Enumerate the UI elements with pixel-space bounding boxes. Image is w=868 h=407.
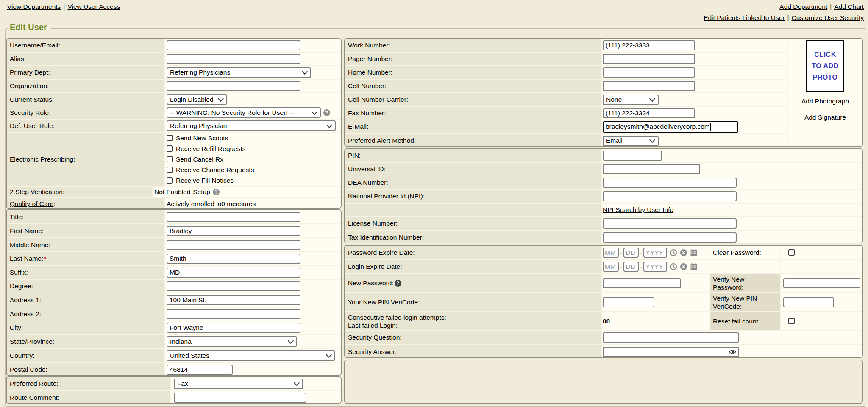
security-role-help-icon[interactable]: ?	[323, 109, 330, 116]
login-expire-date-calendar-icon[interactable]	[690, 263, 698, 270]
electronic-prescribing-checkbox-3[interactable]	[167, 167, 173, 173]
login-expire-date-clear-icon[interactable]	[680, 263, 687, 270]
customize-user-security-link[interactable]: Customize User Security	[791, 14, 864, 21]
suffix-input[interactable]: MD	[167, 268, 300, 278]
electronic-prescribing-checkbox-2[interactable]	[167, 156, 173, 162]
clear-password-checkbox[interactable]	[788, 249, 795, 256]
password-expire-date-calendar-icon[interactable]	[690, 249, 698, 256]
fax-number-input[interactable]: (111) 222-3334	[603, 108, 695, 118]
tax-id-number-row: Tax Identification Number:	[345, 231, 862, 243]
address-1-input[interactable]: 100 Main St.	[167, 295, 300, 305]
postal-code-input[interactable]: 46814	[167, 365, 233, 375]
primary-dept-select[interactable]: Referring Physicians	[167, 67, 311, 78]
home-number-input[interactable]	[603, 67, 695, 78]
work-number-input[interactable]: (111) 222-3333	[603, 40, 695, 50]
last-name-input[interactable]: Smith	[167, 254, 300, 264]
city-input[interactable]: Fort Wayne	[167, 323, 300, 333]
organization-label: Organization:	[7, 80, 165, 92]
view-user-access-link[interactable]: View User Access	[67, 3, 120, 10]
alias-input[interactable]	[167, 54, 300, 64]
new-pin-vericode-input[interactable]	[603, 297, 654, 307]
add-department-link[interactable]: Add Department	[779, 3, 827, 10]
login-expire-date-dd-input[interactable]: DD	[623, 262, 639, 272]
dea-number-input[interactable]	[603, 178, 737, 188]
cell-number-carrier-value-cell: None	[602, 93, 787, 106]
add-photograph-link[interactable]: Add Photograph	[801, 98, 849, 105]
add-chart-link[interactable]: Add Chart	[834, 3, 864, 10]
security-question-input[interactable]	[603, 332, 739, 343]
password-expire-date-clear-icon[interactable]	[680, 249, 687, 256]
new-pin-vericode-label: Your New PIN VeriCode:	[345, 293, 602, 311]
cell-number-carrier-select[interactable]: None	[603, 95, 659, 105]
photo-placeholder-box[interactable]: CLICKTO ADDPHOTO	[806, 40, 844, 92]
electronic-prescribing-checkbox-1[interactable]	[167, 145, 173, 152]
route-comment-input[interactable]	[174, 393, 306, 403]
reset-fail-count-label-2: Reset fail count:	[710, 312, 781, 330]
login-expire-date-value-cell	[781, 260, 862, 273]
tax-id-number-input[interactable]	[603, 232, 737, 243]
security-answer-reveal-eye-icon[interactable]	[729, 349, 736, 354]
new-password-help-icon[interactable]: ?	[395, 280, 401, 287]
npi-search-link[interactable]: NPI Search by User Info	[603, 206, 673, 214]
home-number-label: Home Number:	[345, 66, 602, 79]
license-number-input[interactable]	[603, 218, 737, 229]
view-departments-link[interactable]: View Departments	[7, 3, 61, 10]
chevron-down-icon	[288, 337, 294, 343]
organization-input[interactable]	[167, 81, 300, 91]
pager-number-input[interactable]	[603, 54, 695, 64]
middle-name-input[interactable]	[167, 240, 300, 250]
new-password-label: New Password:?	[345, 274, 602, 292]
postal-code-label-text: Postal Code:	[10, 366, 47, 374]
preferred-route-select[interactable]: Fax	[174, 379, 303, 389]
password-expire-date-dd-input[interactable]: DD	[623, 248, 639, 258]
new-password-value-cell	[602, 274, 710, 292]
reset-fail-count-checkbox[interactable]	[788, 318, 795, 324]
security-answer-input[interactable]	[603, 347, 739, 357]
security-role-select[interactable]: -- WARNING: No Security Role for User! -…	[167, 107, 321, 118]
two-step-verification-link[interactable]: Setup	[193, 188, 210, 196]
first-name-input[interactable]: Bradley	[167, 226, 300, 236]
electronic-prescribing-checkbox-4[interactable]	[167, 177, 173, 184]
postal-code-label: Postal Code:	[7, 363, 165, 376]
right-box1: Work Number:(111) 222-3333Pager Number:H…	[344, 38, 863, 147]
cell-number-input[interactable]	[603, 81, 695, 91]
last-name-label-text: Last Name:	[10, 255, 43, 262]
two-step-verification-help-icon[interactable]: ?	[213, 189, 220, 195]
last-name-row: Last Name:*Smith	[7, 252, 341, 266]
primary-dept-label-text: Primary Dept:	[10, 69, 50, 76]
clear-password-value-cell	[781, 246, 862, 259]
first-name-label-text: First Name:	[10, 227, 44, 235]
verify-new-password-input[interactable]	[783, 278, 860, 288]
suffix-value-cell: MD	[165, 266, 341, 279]
fax-number-label-text: Fax Number:	[348, 109, 386, 117]
route-comment-row: Route Comment:	[7, 391, 341, 404]
state-province-select[interactable]: Indiana	[167, 336, 297, 347]
preferred-alert-method-select[interactable]: Email	[603, 136, 659, 146]
password-expire-date-time-icon[interactable]	[670, 249, 677, 256]
chevron-down-icon	[312, 109, 317, 114]
password-expire-date-mm-input[interactable]: MM	[603, 248, 619, 258]
address-2-input[interactable]	[167, 309, 300, 319]
npi-input[interactable]	[603, 191, 737, 201]
add-signature-link[interactable]: Add Signature	[804, 114, 846, 121]
title-input[interactable]	[167, 212, 300, 222]
country-select[interactable]: United States	[167, 350, 335, 361]
login-expire-date-time-icon[interactable]	[670, 263, 677, 270]
login-expire-date-mm-input[interactable]: MM	[603, 262, 619, 272]
username-email-row: Username/Email:	[7, 39, 341, 53]
login-expire-date-yyyy-input[interactable]: YYYY	[643, 262, 667, 272]
email-input[interactable]: bradleysmith@abcdeliverycorp.com	[603, 121, 738, 133]
electronic-prescribing-checkbox-0[interactable]	[167, 135, 173, 141]
universal-id-input[interactable]	[603, 164, 700, 174]
organization-value-cell	[165, 80, 341, 92]
current-status-select[interactable]: Login Disabled	[167, 94, 227, 105]
degree-input[interactable]	[167, 281, 300, 291]
new-password-input[interactable]	[603, 278, 681, 288]
username-email-input[interactable]	[167, 40, 300, 50]
def-user-role-select[interactable]: Referring Physician	[167, 120, 336, 131]
pin-input[interactable]	[603, 151, 662, 161]
password-expire-date-yyyy-input[interactable]: YYYY	[643, 248, 667, 258]
edit-patients-linked-link[interactable]: Edit Patients Linked to User	[704, 14, 785, 21]
electronic-prescribing-checkbox-label: Receive Fill Notices	[176, 177, 234, 184]
verify-new-pin-vericode-input[interactable]	[783, 297, 834, 307]
